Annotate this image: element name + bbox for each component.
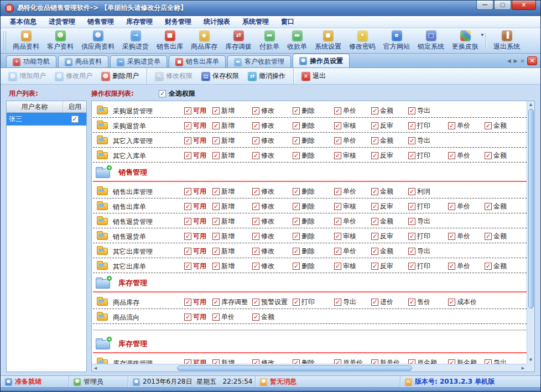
edit-user-button[interactable]: ☻修改用户: [50, 70, 97, 82]
perm-sales-outbound-bill-3[interactable]: ✓删除: [293, 202, 315, 211]
checkbox-checked[interactable]: ✓: [448, 122, 455, 129]
perm-sales-outbound-mgmt-4[interactable]: ✓单价: [334, 187, 356, 196]
perm-sales-return-mgmt-2[interactable]: ✓修改: [252, 217, 274, 226]
minimize-button[interactable]: —: [476, 1, 493, 10]
exit-button[interactable]: ×退出: [297, 70, 330, 82]
perm-sales-return-bill-8[interactable]: ✓金额: [485, 232, 507, 241]
tab-sales-order[interactable]: ■销售出库单: [169, 55, 226, 67]
checkbox-checked[interactable]: ✓: [293, 203, 300, 210]
toolbar-purchase-in-button[interactable]: →采购进货: [118, 29, 153, 53]
checkbox-checked[interactable]: ✓: [184, 218, 191, 225]
menu-inventory-mgmt[interactable]: 库存管理: [120, 16, 159, 28]
checkbox-checked[interactable]: ✓: [184, 152, 191, 159]
checkbox-checked[interactable]: ✓: [212, 122, 220, 129]
checkbox-checked[interactable]: ✓: [212, 137, 220, 144]
checkbox-checked[interactable]: ✓: [408, 218, 415, 225]
perm-sales-return-mgmt-6[interactable]: ✓导出: [408, 217, 430, 226]
perm-product-stock-1[interactable]: ✓库存调整: [212, 297, 248, 307]
checkbox-checked[interactable]: ✓: [184, 188, 191, 195]
toolbar-customer-data-button[interactable]: ☻客户资料: [43, 29, 77, 53]
checkbox-checked[interactable]: ✓: [184, 263, 191, 270]
checkbox-checked[interactable]: ✓: [371, 263, 378, 270]
perm-other-inbound-mgmt-1[interactable]: ✓新增: [212, 136, 235, 145]
checkbox-checked[interactable]: ✓: [293, 233, 300, 240]
perm-sales-outbound-bill-8[interactable]: ✓金额: [485, 202, 507, 211]
scroll-right-icon[interactable]: ▶: [519, 366, 527, 370]
perm-stock-transfer-mgmt-5[interactable]: ✓新单价: [371, 358, 400, 364]
scroll-up-icon[interactable]: ▲: [527, 101, 534, 108]
perm-other-inbound-mgmt-3[interactable]: ✓删除: [293, 136, 315, 145]
perm-sales-outbound-mgmt-3[interactable]: ✓删除: [293, 187, 315, 196]
horizontal-scroll-thumb[interactable]: [177, 365, 412, 371]
perm-other-outbound-mgmt-6[interactable]: ✓导出: [408, 247, 430, 256]
checkbox-checked[interactable]: ✓: [184, 122, 191, 129]
perm-sales-return-bill-6[interactable]: ✓打印: [408, 232, 430, 241]
checkbox-checked[interactable]: ✓: [252, 359, 259, 364]
perm-sales-return-mgmt-4[interactable]: ✓单价: [334, 217, 356, 226]
perm-purchase-return-mgmt-3[interactable]: ✓删除: [293, 106, 315, 116]
perm-other-inbound-mgmt-4[interactable]: ✓单价: [334, 136, 356, 145]
perm-sales-outbound-mgmt-2[interactable]: ✓修改: [252, 187, 274, 196]
perm-other-inbound-mgmt-5[interactable]: ✓金额: [371, 136, 393, 145]
checkbox-checked[interactable]: ✓: [252, 152, 259, 159]
checkbox-checked[interactable]: ✓: [448, 359, 455, 364]
checkbox-checked[interactable]: ✓: [334, 122, 341, 129]
perm-other-outbound-mgmt-1[interactable]: ✓新增: [212, 247, 235, 256]
checkbox-checked[interactable]: ✓: [293, 152, 300, 159]
perm-other-outbound-bill-7[interactable]: ✓单价: [448, 262, 470, 271]
checkbox-checked[interactable]: ✓: [485, 152, 492, 159]
perm-product-flow-1[interactable]: ✓单价: [212, 312, 235, 322]
perm-product-flow-2[interactable]: ✓金额: [252, 312, 274, 322]
checkbox-checked[interactable]: ✓: [184, 107, 191, 114]
checkbox-checked[interactable]: ✓: [408, 137, 415, 144]
perm-sales-return-bill-5[interactable]: ✓反审: [371, 232, 393, 241]
checkbox-checked[interactable]: ✓: [252, 248, 259, 255]
perm-purchase-return-bill-6[interactable]: ✓打印: [408, 121, 430, 130]
perm-other-inbound-mgmt-2[interactable]: ✓修改: [252, 136, 274, 145]
perm-sales-return-bill-0[interactable]: ✓可用: [184, 232, 206, 241]
checkbox-checked[interactable]: ✓: [212, 299, 220, 306]
menu-finance-mgmt[interactable]: 财务管理: [159, 16, 197, 28]
perm-purchase-return-bill-5[interactable]: ✓反审: [371, 121, 393, 130]
checkbox-checked[interactable]: ✓: [184, 137, 191, 144]
checkbox-checked[interactable]: ✓: [408, 233, 415, 240]
perm-stock-transfer-mgmt-3[interactable]: ✓删除: [293, 358, 315, 364]
toolbar-sales-out-button[interactable]: ■销售出库: [153, 29, 187, 53]
toolbar-product-data-button[interactable]: ■商品资料: [9, 29, 43, 53]
perm-product-stock-3[interactable]: ✓打印: [293, 297, 315, 307]
perm-sales-outbound-mgmt-1[interactable]: ✓新增: [212, 187, 235, 196]
toolbar-supplier-data-button[interactable]: ☻供应商资料: [77, 29, 118, 53]
perm-purchase-return-bill-8[interactable]: ✓金额: [485, 121, 507, 130]
perm-other-outbound-mgmt-3[interactable]: ✓删除: [293, 247, 315, 256]
checkbox-checked[interactable]: ✓: [371, 359, 378, 364]
checkbox-checked[interactable]: ✓: [485, 233, 492, 240]
perm-purchase-return-bill-0[interactable]: ✓可用: [184, 121, 206, 130]
checkbox-checked[interactable]: ✓: [212, 263, 220, 270]
checkbox-checked[interactable]: ✓: [408, 122, 415, 129]
checkbox-checked[interactable]: ✓: [212, 313, 220, 321]
checkbox-checked[interactable]: ✓: [293, 359, 300, 364]
perm-other-inbound-bill-0[interactable]: ✓可用: [184, 151, 206, 160]
toolbar-exit-system-button[interactable]: ▐退出系统: [490, 29, 524, 53]
perm-purchase-return-mgmt-1[interactable]: ✓新增: [212, 106, 235, 116]
chevron-down-icon[interactable]: ▼: [481, 33, 483, 36]
perm-purchase-return-mgmt-4[interactable]: ✓单价: [334, 106, 356, 116]
toolbar-product-stock-button[interactable]: ◆商品库存: [187, 29, 221, 53]
checkbox-checked[interactable]: ✓: [408, 107, 415, 114]
menu-sales-mgmt[interactable]: 销售管理: [81, 16, 120, 28]
delete-user-button[interactable]: ☻删除用户: [97, 70, 143, 82]
checkbox-checked[interactable]: ✓: [184, 233, 191, 240]
horizontal-scrollbar[interactable]: ◀ ▶: [92, 364, 527, 372]
perm-product-stock-4[interactable]: ✓导出: [334, 297, 356, 307]
perm-purchase-return-bill-4[interactable]: ✓审核: [334, 121, 356, 130]
checkbox-checked[interactable]: ✓: [408, 248, 415, 255]
perm-stock-transfer-mgmt-4[interactable]: ✓原单价: [334, 358, 363, 364]
perm-other-outbound-bill-3[interactable]: ✓删除: [293, 262, 315, 271]
checkbox-checked[interactable]: ✓: [334, 359, 341, 364]
perm-sales-outbound-bill-2[interactable]: ✓修改: [252, 202, 274, 211]
toolbar-stock-transfer-button[interactable]: ⇄库存调拨: [221, 29, 256, 53]
checkbox-checked[interactable]: ✓: [334, 188, 341, 195]
checkbox-checked[interactable]: ✓: [448, 152, 455, 159]
checkbox-checked[interactable]: ✓: [485, 122, 492, 129]
perm-other-inbound-bill-1[interactable]: ✓新增: [212, 151, 235, 160]
